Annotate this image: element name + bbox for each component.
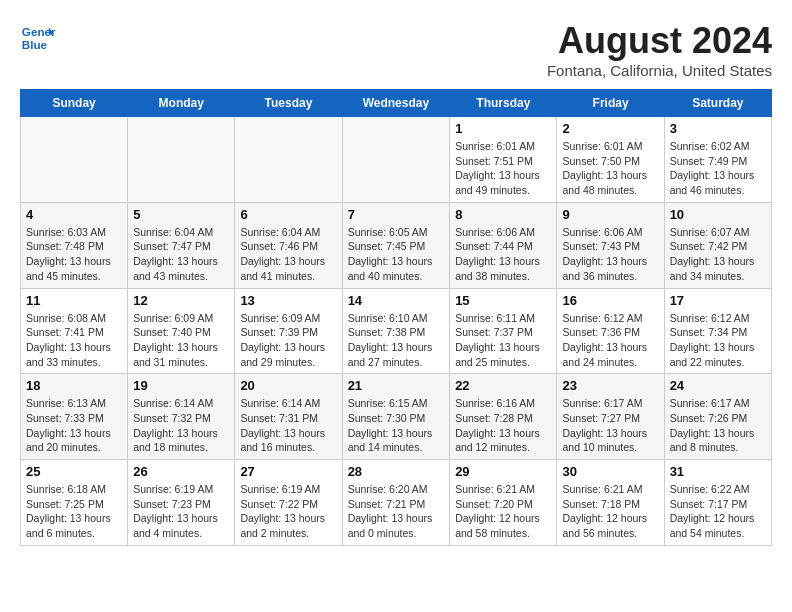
calendar-cell: 14Sunrise: 6:10 AMSunset: 7:38 PMDayligh… (342, 288, 450, 374)
calendar-cell: 5Sunrise: 6:04 AMSunset: 7:47 PMDaylight… (128, 202, 235, 288)
calendar-cell: 16Sunrise: 6:12 AMSunset: 7:36 PMDayligh… (557, 288, 664, 374)
calendar-cell: 10Sunrise: 6:07 AMSunset: 7:42 PMDayligh… (664, 202, 771, 288)
week-row-5: 25Sunrise: 6:18 AMSunset: 7:25 PMDayligh… (21, 460, 772, 546)
weekday-header-sunday: Sunday (21, 90, 128, 117)
week-row-2: 4Sunrise: 6:03 AMSunset: 7:48 PMDaylight… (21, 202, 772, 288)
day-info: Sunrise: 6:13 AMSunset: 7:33 PMDaylight:… (26, 396, 122, 455)
calendar-cell: 26Sunrise: 6:19 AMSunset: 7:23 PMDayligh… (128, 460, 235, 546)
logo-icon: General Blue (20, 20, 56, 56)
calendar-cell: 28Sunrise: 6:20 AMSunset: 7:21 PMDayligh… (342, 460, 450, 546)
day-number: 1 (455, 121, 551, 136)
day-number: 10 (670, 207, 766, 222)
calendar-cell: 22Sunrise: 6:16 AMSunset: 7:28 PMDayligh… (450, 374, 557, 460)
calendar-body: 1Sunrise: 6:01 AMSunset: 7:51 PMDaylight… (21, 117, 772, 546)
day-info: Sunrise: 6:02 AMSunset: 7:49 PMDaylight:… (670, 139, 766, 198)
day-number: 19 (133, 378, 229, 393)
calendar-cell: 13Sunrise: 6:09 AMSunset: 7:39 PMDayligh… (235, 288, 342, 374)
day-info: Sunrise: 6:15 AMSunset: 7:30 PMDaylight:… (348, 396, 445, 455)
svg-text:Blue: Blue (22, 38, 48, 51)
calendar-cell: 3Sunrise: 6:02 AMSunset: 7:49 PMDaylight… (664, 117, 771, 203)
day-number: 25 (26, 464, 122, 479)
day-info: Sunrise: 6:19 AMSunset: 7:23 PMDaylight:… (133, 482, 229, 541)
day-number: 24 (670, 378, 766, 393)
day-number: 21 (348, 378, 445, 393)
day-info: Sunrise: 6:09 AMSunset: 7:40 PMDaylight:… (133, 311, 229, 370)
day-number: 4 (26, 207, 122, 222)
day-number: 8 (455, 207, 551, 222)
calendar-cell: 4Sunrise: 6:03 AMSunset: 7:48 PMDaylight… (21, 202, 128, 288)
calendar-cell: 30Sunrise: 6:21 AMSunset: 7:18 PMDayligh… (557, 460, 664, 546)
calendar-cell: 31Sunrise: 6:22 AMSunset: 7:17 PMDayligh… (664, 460, 771, 546)
day-info: Sunrise: 6:17 AMSunset: 7:26 PMDaylight:… (670, 396, 766, 455)
week-row-3: 11Sunrise: 6:08 AMSunset: 7:41 PMDayligh… (21, 288, 772, 374)
day-info: Sunrise: 6:18 AMSunset: 7:25 PMDaylight:… (26, 482, 122, 541)
day-info: Sunrise: 6:06 AMSunset: 7:43 PMDaylight:… (562, 225, 658, 284)
day-number: 12 (133, 293, 229, 308)
calendar-cell: 23Sunrise: 6:17 AMSunset: 7:27 PMDayligh… (557, 374, 664, 460)
day-number: 11 (26, 293, 122, 308)
day-info: Sunrise: 6:10 AMSunset: 7:38 PMDaylight:… (348, 311, 445, 370)
day-info: Sunrise: 6:04 AMSunset: 7:46 PMDaylight:… (240, 225, 336, 284)
day-info: Sunrise: 6:01 AMSunset: 7:50 PMDaylight:… (562, 139, 658, 198)
day-info: Sunrise: 6:14 AMSunset: 7:32 PMDaylight:… (133, 396, 229, 455)
day-number: 22 (455, 378, 551, 393)
month-title: August 2024 (547, 20, 772, 62)
day-number: 13 (240, 293, 336, 308)
calendar-cell: 29Sunrise: 6:21 AMSunset: 7:20 PMDayligh… (450, 460, 557, 546)
day-number: 14 (348, 293, 445, 308)
day-number: 15 (455, 293, 551, 308)
day-number: 17 (670, 293, 766, 308)
weekday-header-thursday: Thursday (450, 90, 557, 117)
calendar-table: SundayMondayTuesdayWednesdayThursdayFrid… (20, 89, 772, 546)
calendar-cell: 20Sunrise: 6:14 AMSunset: 7:31 PMDayligh… (235, 374, 342, 460)
day-number: 31 (670, 464, 766, 479)
day-info: Sunrise: 6:09 AMSunset: 7:39 PMDaylight:… (240, 311, 336, 370)
calendar-cell (342, 117, 450, 203)
day-info: Sunrise: 6:07 AMSunset: 7:42 PMDaylight:… (670, 225, 766, 284)
weekday-header-monday: Monday (128, 90, 235, 117)
day-number: 5 (133, 207, 229, 222)
day-number: 2 (562, 121, 658, 136)
day-info: Sunrise: 6:21 AMSunset: 7:18 PMDaylight:… (562, 482, 658, 541)
weekday-header-saturday: Saturday (664, 90, 771, 117)
day-number: 30 (562, 464, 658, 479)
calendar-cell: 2Sunrise: 6:01 AMSunset: 7:50 PMDaylight… (557, 117, 664, 203)
day-info: Sunrise: 6:17 AMSunset: 7:27 PMDaylight:… (562, 396, 658, 455)
calendar-cell: 21Sunrise: 6:15 AMSunset: 7:30 PMDayligh… (342, 374, 450, 460)
day-number: 27 (240, 464, 336, 479)
calendar-cell: 24Sunrise: 6:17 AMSunset: 7:26 PMDayligh… (664, 374, 771, 460)
day-number: 9 (562, 207, 658, 222)
calendar-cell: 9Sunrise: 6:06 AMSunset: 7:43 PMDaylight… (557, 202, 664, 288)
day-number: 7 (348, 207, 445, 222)
logo: General Blue (20, 20, 56, 56)
weekday-header-tuesday: Tuesday (235, 90, 342, 117)
day-info: Sunrise: 6:22 AMSunset: 7:17 PMDaylight:… (670, 482, 766, 541)
calendar-cell: 25Sunrise: 6:18 AMSunset: 7:25 PMDayligh… (21, 460, 128, 546)
calendar-cell: 27Sunrise: 6:19 AMSunset: 7:22 PMDayligh… (235, 460, 342, 546)
calendar-cell (128, 117, 235, 203)
calendar-cell: 1Sunrise: 6:01 AMSunset: 7:51 PMDaylight… (450, 117, 557, 203)
title-block: August 2024 Fontana, California, United … (547, 20, 772, 79)
calendar-cell: 17Sunrise: 6:12 AMSunset: 7:34 PMDayligh… (664, 288, 771, 374)
week-row-1: 1Sunrise: 6:01 AMSunset: 7:51 PMDaylight… (21, 117, 772, 203)
day-info: Sunrise: 6:20 AMSunset: 7:21 PMDaylight:… (348, 482, 445, 541)
weekday-header-row: SundayMondayTuesdayWednesdayThursdayFrid… (21, 90, 772, 117)
day-number: 23 (562, 378, 658, 393)
calendar-cell: 8Sunrise: 6:06 AMSunset: 7:44 PMDaylight… (450, 202, 557, 288)
day-info: Sunrise: 6:04 AMSunset: 7:47 PMDaylight:… (133, 225, 229, 284)
day-info: Sunrise: 6:12 AMSunset: 7:34 PMDaylight:… (670, 311, 766, 370)
day-info: Sunrise: 6:19 AMSunset: 7:22 PMDaylight:… (240, 482, 336, 541)
calendar-cell (235, 117, 342, 203)
day-info: Sunrise: 6:01 AMSunset: 7:51 PMDaylight:… (455, 139, 551, 198)
day-info: Sunrise: 6:11 AMSunset: 7:37 PMDaylight:… (455, 311, 551, 370)
location: Fontana, California, United States (547, 62, 772, 79)
calendar-cell: 18Sunrise: 6:13 AMSunset: 7:33 PMDayligh… (21, 374, 128, 460)
calendar-cell: 19Sunrise: 6:14 AMSunset: 7:32 PMDayligh… (128, 374, 235, 460)
calendar-cell: 11Sunrise: 6:08 AMSunset: 7:41 PMDayligh… (21, 288, 128, 374)
calendar-cell: 15Sunrise: 6:11 AMSunset: 7:37 PMDayligh… (450, 288, 557, 374)
calendar-cell: 6Sunrise: 6:04 AMSunset: 7:46 PMDaylight… (235, 202, 342, 288)
calendar-cell: 7Sunrise: 6:05 AMSunset: 7:45 PMDaylight… (342, 202, 450, 288)
day-number: 26 (133, 464, 229, 479)
weekday-header-wednesday: Wednesday (342, 90, 450, 117)
calendar-cell: 12Sunrise: 6:09 AMSunset: 7:40 PMDayligh… (128, 288, 235, 374)
